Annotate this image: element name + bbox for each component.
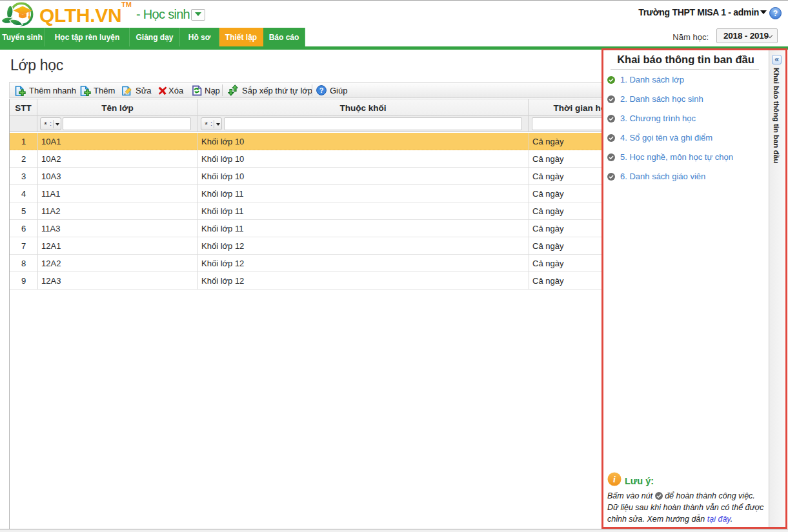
svg-text:i: i <box>613 475 616 484</box>
svg-text:?: ? <box>773 9 778 18</box>
svg-text:?: ? <box>319 86 324 94</box>
